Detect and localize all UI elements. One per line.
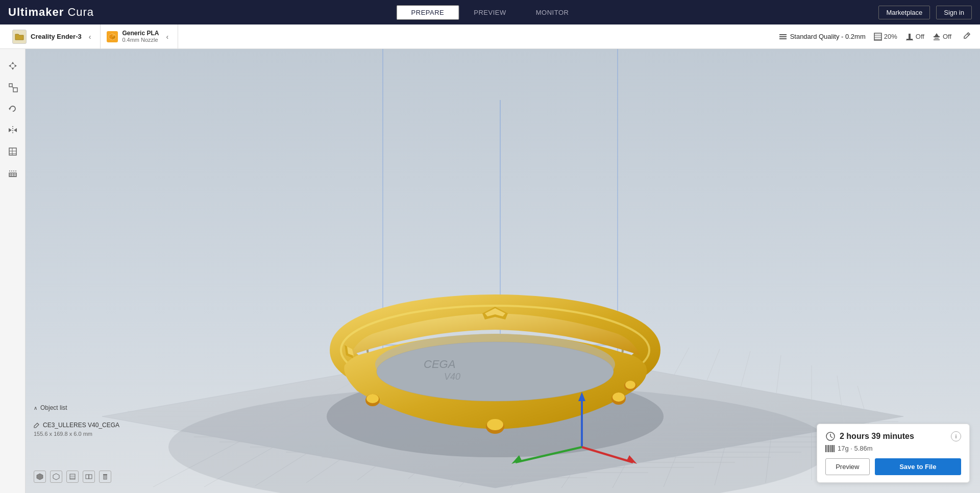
svg-rect-25	[9, 148, 16, 155]
tool-support[interactable]	[4, 143, 21, 160]
svg-point-85	[625, 381, 635, 389]
svg-text:CEGA: CEGA	[424, 358, 455, 371]
object-list-toggle[interactable]: ∧ Object list	[34, 404, 67, 411]
svg-rect-105	[104, 475, 107, 479]
svg-rect-8	[909, 34, 911, 39]
svg-point-86	[377, 342, 614, 401]
svg-rect-1	[779, 34, 787, 35]
tool-rotate[interactable]	[4, 100, 21, 117]
support-icon	[905, 33, 914, 41]
svg-point-81	[366, 394, 379, 403]
print-info-panel: 2 hours 39 minutes i 17g · 5.86m	[817, 424, 970, 483]
svg-rect-111	[825, 445, 826, 452]
svg-rect-116	[832, 445, 833, 452]
solid-icon	[36, 473, 43, 480]
3d-viewport[interactable]: CEGA V40 ∧ Object list CE3_ULLERES	[26, 49, 980, 493]
box-icon	[69, 473, 76, 480]
navbar: Ultimaker Cura PREPARE PREVIEW MONITOR M…	[0, 0, 980, 24]
tool-move[interactable]	[4, 57, 21, 75]
svg-rect-112	[827, 445, 827, 452]
delete-icon	[102, 473, 109, 480]
svg-rect-104	[103, 474, 107, 475]
printer-name: Creality Ender-3	[31, 33, 82, 40]
adhesion-value: Off	[943, 33, 951, 40]
tool-scale[interactable]	[4, 79, 21, 96]
tab-monitor[interactable]: MONITOR	[521, 5, 584, 20]
material-info: Generic PLA 0.4mm Nozzle	[122, 30, 159, 44]
mirror-icon	[8, 125, 18, 135]
svg-line-20	[12, 87, 13, 88]
obj-icon-delete[interactable]	[99, 471, 111, 483]
svg-marker-14	[935, 33, 939, 36]
open-settings-button[interactable]	[960, 31, 974, 43]
svg-rect-115	[830, 445, 831, 452]
material-name: Generic PLA	[122, 30, 159, 37]
obj-icon-wireframe[interactable]	[50, 471, 62, 483]
material-section[interactable]: Generic PLA 0.4mm Nozzle ‹	[101, 24, 178, 48]
scale-icon	[8, 82, 18, 92]
printer-section: Creality Ender-3 ‹	[6, 24, 101, 48]
tool-support2[interactable]	[4, 164, 21, 182]
adhesion-icon	[933, 33, 941, 41]
folder-icon[interactable]	[12, 30, 27, 44]
print-material-info: 17g · 5.86m	[825, 445, 961, 452]
signin-button[interactable]: Sign in	[936, 6, 972, 19]
move-icon	[8, 61, 18, 71]
edit-icon	[34, 422, 40, 428]
obj-icon-solid[interactable]	[34, 471, 46, 483]
clock-icon	[825, 431, 836, 441]
pencil-icon	[963, 32, 971, 40]
app-logo: Ultimaker Cura	[8, 6, 94, 19]
object-info: CE3_ULLERES V40_CEGA 155.6 x 169.8 x 6.0…	[34, 422, 119, 437]
print-info-button[interactable]: i	[951, 431, 961, 441]
infill-value: 20%	[884, 33, 897, 40]
material-usage: 17g · 5.86m	[838, 445, 873, 452]
svg-marker-17	[9, 64, 17, 67]
svg-rect-98	[70, 474, 75, 479]
material-badge-icon	[107, 31, 118, 42]
support-value: Off	[916, 33, 924, 40]
marketplace-button[interactable]: Marketplace	[878, 6, 930, 19]
svg-rect-18	[9, 84, 12, 87]
svg-marker-24	[14, 128, 17, 132]
svg-point-79	[487, 419, 503, 430]
time-row: 2 hours 39 minutes i	[825, 431, 961, 441]
svg-point-83	[612, 392, 625, 402]
material-chevron-left[interactable]: ‹	[163, 32, 172, 42]
logo-bold: Ultimaker	[8, 6, 64, 18]
svg-marker-21	[9, 107, 10, 110]
merge-icon	[85, 473, 92, 480]
svg-marker-96	[37, 474, 43, 480]
svg-rect-113	[828, 445, 829, 452]
svg-rect-10	[906, 40, 913, 40]
svg-rect-117	[834, 445, 835, 452]
nav-right: Marketplace Sign in	[878, 6, 972, 19]
svg-rect-9	[906, 39, 913, 40]
material-nozzle: 0.4mm Nozzle	[122, 37, 159, 43]
save-to-file-button[interactable]: Save to File	[875, 458, 961, 475]
quality-setting[interactable]: Standard Quality - 0.2mm	[779, 33, 866, 41]
left-sidebar	[0, 49, 26, 493]
adhesion-setting[interactable]: Off	[933, 33, 951, 41]
main-area: CEGA V40 ∧ Object list CE3_ULLERES	[0, 49, 980, 493]
print-actions: Preview Save to File	[825, 458, 961, 475]
obj-icon-box[interactable]	[66, 471, 79, 483]
infill-setting[interactable]: 20%	[874, 33, 897, 41]
printer-chevron-left[interactable]: ‹	[86, 32, 94, 42]
infill-icon	[874, 33, 882, 41]
per-model-icon	[8, 146, 18, 157]
svg-text:V40: V40	[444, 372, 460, 382]
tool-mirror[interactable]	[4, 121, 21, 139]
support-setting[interactable]: Off	[905, 33, 924, 41]
object-action-icons	[34, 471, 111, 483]
svg-rect-2	[779, 36, 787, 37]
quality-label-text: Standard Quality - 0.2mm	[790, 33, 866, 40]
preview-button[interactable]: Preview	[825, 458, 870, 475]
object-list-label: Object list	[40, 404, 67, 411]
layers-icon	[779, 33, 787, 41]
svg-rect-19	[13, 88, 17, 92]
tab-prepare[interactable]: PREPARE	[397, 5, 459, 20]
tab-preview[interactable]: PREVIEW	[459, 5, 521, 20]
svg-rect-102	[89, 475, 92, 479]
obj-icon-merge[interactable]	[83, 471, 95, 483]
